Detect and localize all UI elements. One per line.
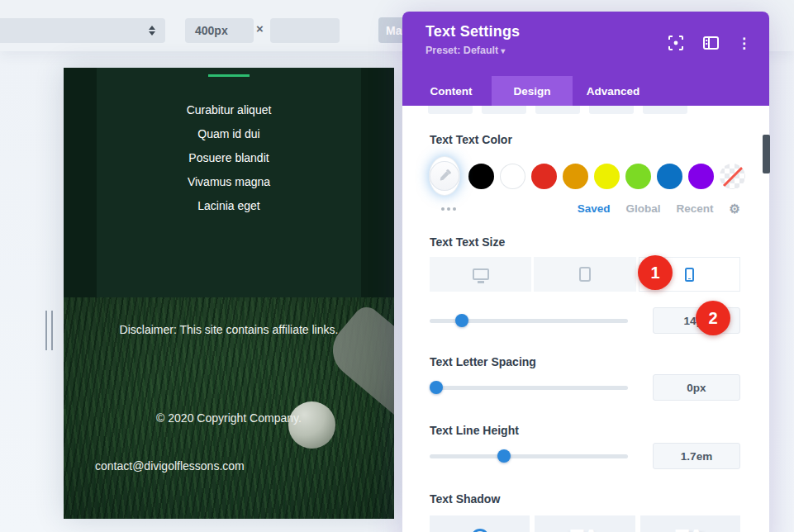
recent-colors-link[interactable]: Recent: [677, 202, 714, 215]
more-colors-dots-icon[interactable]: [430, 207, 468, 211]
color-manage-row: Saved Global Recent ⚙: [430, 202, 740, 215]
text-size-slider[interactable]: [430, 314, 628, 327]
text-size-control: 14px: [430, 307, 740, 334]
letter-spacing-value[interactable]: 0px: [653, 374, 740, 401]
line-height-value[interactable]: 1.7em: [653, 443, 740, 469]
line-height-label: Text Line Height: [430, 424, 740, 437]
preview-resize-handle[interactable]: [45, 311, 59, 350]
saved-colors-link[interactable]: Saved: [578, 202, 611, 215]
modal-tab-bar: Content Design Advanced: [402, 76, 769, 106]
letter-spacing-control: 0px: [430, 374, 740, 401]
footer-links-section: Curabitur aliquet Quam id dui Posuere bl…: [64, 68, 394, 297]
page-preview: Curabitur aliquet Quam id dui Posuere bl…: [64, 68, 394, 519]
color-swatch-yellow[interactable]: [594, 164, 620, 189]
sidebar-layout-icon[interactable]: [702, 35, 719, 51]
footer-links-list: Curabitur aliquet Quam id dui Posuere bl…: [64, 98, 394, 218]
eyedropper-icon: [430, 161, 459, 191]
tab-content[interactable]: Content: [411, 76, 492, 106]
color-swatch-none[interactable]: [720, 164, 745, 189]
line-height-slider[interactable]: [430, 449, 628, 463]
tab-advanced[interactable]: Advanced: [573, 76, 654, 106]
phone-icon: [685, 268, 694, 282]
responsive-device-tabs: [430, 257, 740, 292]
more-options-icon[interactable]: ⋮: [737, 36, 751, 50]
dimension-multiply-sign: ×: [256, 21, 264, 36]
letter-spacing-label: Text Letter Spacing: [430, 355, 740, 368]
select-stepper-icon: [149, 26, 155, 36]
cut-off-button[interactable]: [535, 106, 580, 114]
footer-link[interactable]: Curabitur aliquet: [64, 98, 394, 122]
color-swatches: [468, 164, 745, 189]
annotation-badge-1: 1: [638, 255, 673, 290]
cut-off-button[interactable]: [589, 106, 634, 114]
color-swatch-row: [430, 157, 740, 195]
copyright-text: © 2020 Copyright Company.: [64, 411, 394, 425]
slider-handle[interactable]: [455, 314, 468, 327]
color-swatch-black[interactable]: [468, 164, 494, 189]
chevron-down-icon: ▾: [501, 46, 505, 55]
cut-off-button[interactable]: [428, 106, 473, 114]
color-picker-button[interactable]: [430, 157, 459, 195]
footer-link[interactable]: Posuere blandit: [64, 146, 394, 170]
color-swatch-orange[interactable]: [563, 164, 588, 189]
device-tab-tablet[interactable]: [534, 257, 635, 292]
slider-handle[interactable]: [497, 449, 511, 463]
text-shadow-label: Text Shadow: [430, 492, 740, 506]
letter-spacing-slider[interactable]: [430, 381, 628, 394]
green-divider-line: [208, 74, 250, 77]
preview-width-input[interactable]: 400px: [185, 18, 254, 43]
tab-design[interactable]: Design: [492, 76, 573, 106]
panel-scrollbar[interactable]: [763, 135, 770, 173]
cut-off-button[interactable]: [482, 106, 526, 114]
color-swatch-purple[interactable]: [688, 164, 714, 189]
text-settings-modal: Text Settings Preset: Default▾: [402, 12, 769, 532]
text-color-label: Text Text Color: [430, 133, 740, 146]
focus-mode-icon[interactable]: [668, 35, 684, 51]
color-swatch-blue[interactable]: [657, 164, 682, 189]
shadow-preset-diagonal[interactable]: TA: [640, 515, 740, 532]
footer-link[interactable]: Quam id dui: [64, 122, 394, 146]
footer-grass-section: Disclaimer: This site contains affiliate…: [64, 297, 394, 519]
slider-handle[interactable]: [430, 381, 443, 394]
contact-email-text[interactable]: contact@divigolflessons.com: [95, 459, 245, 473]
device-tab-desktop[interactable]: [430, 257, 531, 292]
desktop-icon: [473, 268, 489, 280]
global-colors-link[interactable]: Global: [626, 202, 661, 215]
color-swatch-red[interactable]: [531, 164, 557, 189]
color-swatch-white[interactable]: [500, 164, 525, 189]
cut-off-button[interactable]: [643, 106, 687, 114]
disclaimer-text: Disclaimer: This site contains affiliate…: [64, 323, 394, 336]
preview-zoom-select[interactable]: [0, 18, 165, 43]
shadow-preset-down[interactable]: TA: [535, 515, 635, 532]
preview-height-input[interactable]: [270, 18, 340, 43]
shadow-preset-none[interactable]: [430, 515, 530, 532]
modal-header: Text Settings Preset: Default▾: [402, 12, 769, 76]
footer-link[interactable]: Vivamus magna: [64, 170, 394, 194]
text-size-label: Text Text Size: [430, 235, 740, 249]
line-height-control: 1.7em: [430, 443, 740, 469]
gear-icon[interactable]: ⚙: [730, 202, 740, 215]
divi-builder-canvas: 400px × Ma Curabitur aliquet Quam id dui…: [0, 0, 794, 532]
scrolled-buttons-row: [428, 106, 740, 114]
footer-link[interactable]: Lacinia eget: [64, 194, 394, 218]
color-swatch-green[interactable]: [625, 164, 651, 189]
text-shadow-presets: TA TA: [430, 515, 740, 532]
annotation-badge-2: 2: [696, 301, 730, 335]
tablet-icon: [579, 267, 591, 282]
no-shadow-icon: [471, 529, 489, 532]
